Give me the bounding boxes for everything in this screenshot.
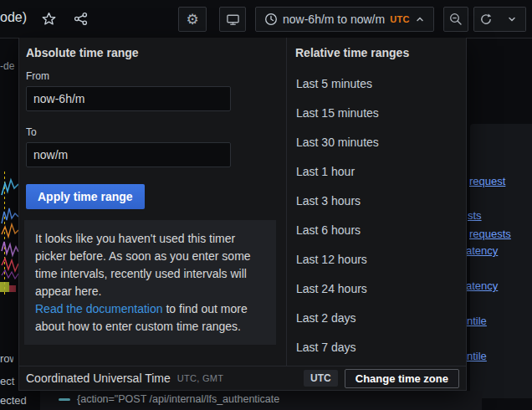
dashboard-settings-button[interactable]: ⚙ bbox=[178, 7, 207, 32]
background-chart-fragment bbox=[0, 172, 18, 295]
relative-option-last-12-hours[interactable]: Last 12 hours bbox=[287, 245, 468, 274]
legend-row: {action="POST /api/internal/lfs_authenti… bbox=[59, 393, 279, 405]
apply-time-range-button[interactable]: Apply time range bbox=[26, 184, 145, 209]
metric-link[interactable]: request bbox=[469, 175, 505, 187]
background-text-fragment: row bbox=[0, 352, 13, 365]
relative-section-heading: Relative time ranges bbox=[295, 46, 409, 59]
relative-option-last-5-minutes[interactable]: Last 5 minutes bbox=[287, 69, 468, 99]
cycle-view-button[interactable] bbox=[219, 7, 246, 32]
absolute-section-heading: Absolute time range bbox=[26, 46, 139, 59]
share-icon[interactable] bbox=[70, 8, 90, 28]
metric-link[interactable]: ntile bbox=[467, 350, 487, 362]
screen: -de row ect request sts requests atency … bbox=[0, 0, 532, 410]
refresh-button[interactable] bbox=[473, 7, 499, 32]
relative-option-last-7-days[interactable]: Last 7 days bbox=[287, 333, 468, 362]
metric-link[interactable]: atency bbox=[466, 244, 498, 257]
star-icon[interactable] bbox=[38, 8, 59, 28]
relative-option-last-3-hours[interactable]: Last 3 hours bbox=[287, 187, 468, 216]
legend-series-label: {action="POST /api/internal/lfs_authenti… bbox=[77, 393, 279, 405]
relative-option-last-2-days[interactable]: Last 2 days bbox=[287, 304, 468, 333]
metric-link[interactable]: requests bbox=[469, 228, 511, 240]
timezone-name: Coordinated Universal Time bbox=[26, 372, 171, 385]
relative-time-ranges-section: Relative time ranges Last 5 minutes Last… bbox=[286, 38, 468, 366]
zoom-out-icon bbox=[449, 13, 463, 26]
to-label: To bbox=[26, 126, 37, 138]
refresh-interval-dropdown[interactable] bbox=[498, 7, 526, 32]
metric-link[interactable]: ntile bbox=[467, 315, 487, 327]
relative-option-last-6-hours[interactable]: Last 6 hours bbox=[287, 216, 468, 245]
read-documentation-link[interactable]: Read the documentation bbox=[35, 302, 163, 315]
gear-icon: ⚙ bbox=[186, 11, 198, 28]
background-text-fragment: ected bbox=[0, 394, 27, 407]
background-text-fragment: -de bbox=[0, 60, 14, 72]
relative-option-last-1-hour[interactable]: Last 1 hour bbox=[287, 157, 468, 187]
chevron-down-icon bbox=[507, 14, 517, 24]
info-text: It looks like you haven't used this time… bbox=[35, 232, 251, 298]
time-range-picker-button[interactable]: now-6h/m to now/m UTC bbox=[255, 7, 434, 32]
time-range-label: now-6h/m to now/m bbox=[283, 13, 385, 26]
absolute-time-range-section: Absolute time range From To Apply time r… bbox=[19, 38, 286, 366]
relative-option-last-30-minutes[interactable]: Last 30 minutes bbox=[287, 128, 468, 157]
to-input[interactable] bbox=[26, 142, 231, 167]
change-time-zone-button[interactable]: Change time zone bbox=[345, 369, 459, 388]
from-label: From bbox=[26, 70, 49, 82]
legend-series-color bbox=[59, 398, 70, 401]
background-text-fragment: ect bbox=[0, 375, 14, 387]
recently-used-info-box: It looks like you haven't used this time… bbox=[24, 220, 276, 345]
clock-icon bbox=[264, 13, 278, 26]
metric-link[interactable]: sts bbox=[468, 209, 482, 222]
relative-option-last-15-minutes[interactable]: Last 15 minutes bbox=[287, 99, 468, 128]
time-range-picker-panel: Absolute time range From To Apply time r… bbox=[18, 38, 467, 391]
time-zone-tag: UTC bbox=[390, 14, 410, 24]
tv-icon bbox=[226, 13, 240, 27]
from-input[interactable] bbox=[26, 86, 231, 111]
refresh-icon bbox=[479, 13, 493, 26]
timezone-badge: UTC bbox=[304, 370, 338, 387]
zoom-out-button[interactable] bbox=[443, 7, 468, 32]
chevron-up-icon bbox=[415, 14, 425, 24]
timezone-footer: Coordinated Universal Time UTC, GMT UTC … bbox=[19, 366, 466, 390]
dashboard-title-fragment: ode) bbox=[0, 10, 27, 25]
metric-link[interactable]: atency bbox=[466, 279, 498, 292]
timezone-detail: UTC, GMT bbox=[177, 373, 224, 383]
relative-option-last-24-hours[interactable]: Last 24 hours bbox=[287, 274, 468, 304]
